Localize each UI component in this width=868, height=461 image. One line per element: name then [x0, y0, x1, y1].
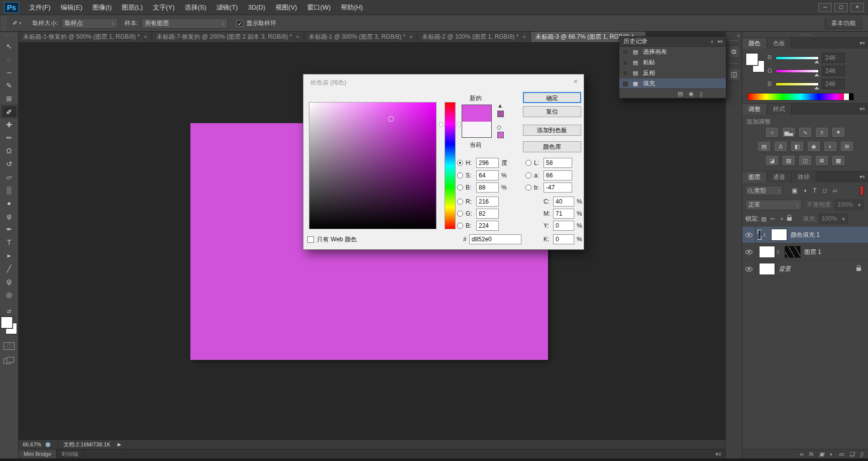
menu-image[interactable]: 图像(I): [87, 0, 117, 15]
clone-stamp-tool[interactable]: Ω: [1, 144, 18, 157]
lock-pixels-icon[interactable]: ✏: [768, 216, 777, 222]
web-safe-cube-icon[interactable]: ◇: [497, 124, 501, 131]
red-slider[interactable]: [776, 56, 819, 60]
visibility-eye-icon[interactable]: [745, 250, 752, 254]
new-adjustment-layer-icon[interactable]: ◐: [830, 451, 833, 457]
h-radio[interactable]: [457, 160, 463, 166]
threshold-icon[interactable]: ◫: [799, 156, 811, 165]
history-source-checkbox[interactable]: [622, 49, 628, 55]
levels-icon[interactable]: ▅▃: [783, 128, 795, 137]
minimize-button[interactable]: –: [818, 3, 832, 12]
menu-select[interactable]: 选择(S): [179, 0, 211, 15]
layer-row-layer1[interactable]: ∞ 图层 1: [742, 244, 868, 260]
maximize-button[interactable]: □: [834, 3, 848, 12]
type-tool[interactable]: T: [1, 236, 18, 249]
foreground-background-swatches[interactable]: [0, 316, 19, 336]
menu-help[interactable]: 帮助(H): [336, 0, 368, 15]
blend-mode-select[interactable]: 正常 ↕: [745, 200, 802, 210]
sample-size-select[interactable]: 取样点 ↕: [61, 18, 118, 29]
workspace-button[interactable]: 基本功能: [825, 18, 862, 29]
tab-swatches[interactable]: 色板: [767, 38, 792, 49]
gradient-map-icon[interactable]: ▩: [832, 156, 844, 165]
a-radio[interactable]: [525, 172, 531, 178]
lab-b-radio[interactable]: [525, 185, 531, 191]
sample-select[interactable]: 所有图层 ↕: [141, 18, 228, 29]
photo-filter-icon[interactable]: ◉: [808, 142, 820, 151]
layer-row-color-fill[interactable]: ∞ 颜色填充 1: [742, 227, 868, 243]
posterize-icon[interactable]: ▨: [783, 156, 795, 165]
invert-icon[interactable]: ◪: [766, 156, 778, 165]
menu-filter[interactable]: 滤镜(T): [211, 0, 243, 15]
lock-transparency-icon[interactable]: ▨: [759, 216, 768, 222]
color-lookup-icon[interactable]: ⊞: [841, 142, 853, 151]
s-radio[interactable]: [457, 172, 463, 178]
dialog-close-icon[interactable]: ×: [574, 77, 578, 85]
b-input[interactable]: [476, 182, 499, 193]
document-tab-4[interactable]: 未标题-2 @ 100% (图层 1, RGB/8) * ×: [417, 32, 531, 42]
hex-input[interactable]: [469, 234, 521, 244]
menu-window[interactable]: 窗口(W): [302, 0, 336, 15]
b-radio[interactable]: [457, 185, 463, 191]
close-icon[interactable]: ×: [144, 32, 147, 42]
color-libraries-button[interactable]: 颜色库: [523, 141, 581, 152]
filter-smart-objects-icon[interactable]: ▱: [830, 187, 840, 194]
history-item-fill[interactable]: ▦ 填充: [619, 78, 726, 89]
line-tool[interactable]: ╱: [1, 262, 18, 275]
y-input[interactable]: [553, 221, 574, 231]
strip-menu-icon[interactable]: ▾≡: [715, 451, 721, 457]
c-input[interactable]: [553, 197, 574, 207]
menu-file[interactable]: 文件(F): [24, 0, 56, 15]
layer-effects-icon[interactable]: fx: [809, 451, 814, 457]
document-tab-3[interactable]: 未标题-1 @ 300% (图层 3, RGB/8) * ×: [304, 32, 418, 42]
hue-saturation-icon[interactable]: ▤: [758, 142, 770, 151]
r-input[interactable]: [476, 197, 499, 207]
menu-layer[interactable]: 图层(L): [117, 0, 148, 15]
add-to-swatches-button[interactable]: 添加到色板: [523, 125, 581, 136]
hue-arrow-left[interactable]: [440, 122, 444, 127]
filter-type-layers-icon[interactable]: T: [810, 187, 820, 194]
close-icon[interactable]: ×: [296, 32, 299, 42]
status-arrow-icon[interactable]: ▶: [118, 442, 121, 447]
l-radio[interactable]: [525, 160, 531, 166]
layer-mask-thumbnail[interactable]: [785, 246, 801, 258]
web-safe-color-swatch[interactable]: [497, 132, 504, 138]
healing-brush-tool[interactable]: ✚: [1, 118, 18, 131]
g-radio[interactable]: [457, 211, 463, 217]
gamut-color-swatch[interactable]: [497, 111, 504, 117]
document-tab-2[interactable]: 未标题-7-恢复的 @ 200% (图层 2 副本 3, RGB/8) * ×: [152, 32, 304, 42]
current-tool-button[interactable]: ✐ ▾: [9, 20, 26, 27]
close-icon[interactable]: ×: [409, 32, 412, 42]
timeline-tab[interactable]: 时间轴: [57, 449, 84, 458]
curves-icon[interactable]: ∿: [799, 128, 811, 137]
b2-input[interactable]: [476, 221, 499, 231]
color-spectrum-ramp[interactable]: [747, 93, 854, 101]
dodge-tool[interactable]: φ: [1, 210, 18, 223]
new-group-icon[interactable]: ▭: [839, 451, 844, 457]
brush-tool[interactable]: ✏: [1, 131, 18, 144]
add-layer-mask-icon[interactable]: ▣: [819, 451, 824, 457]
layer-thumbnail[interactable]: [759, 246, 775, 258]
collapsed-panel-icon-2[interactable]: ◫: [728, 68, 740, 80]
visibility-eye-icon[interactable]: [745, 267, 752, 271]
tab-styles[interactable]: 样式: [767, 104, 792, 115]
lock-position-icon[interactable]: +: [777, 216, 786, 222]
layer-name[interactable]: 背景: [779, 265, 791, 273]
tab-channels[interactable]: 通道: [767, 171, 792, 182]
hand-tool[interactable]: ψ: [1, 275, 18, 288]
panel-menu-icon[interactable]: ▾≡: [859, 171, 868, 182]
m-input[interactable]: [553, 209, 574, 219]
green-slider[interactable]: [776, 69, 819, 73]
filter-type-select[interactable]: 类型 ↕: [745, 186, 783, 196]
history-source-checkbox[interactable]: [622, 60, 628, 66]
history-source-checkbox[interactable]: [622, 81, 628, 87]
ok-button[interactable]: 确定: [523, 92, 581, 103]
history-item-invert[interactable]: ▤ 反相: [619, 68, 726, 78]
foreground-color-swatch[interactable]: [1, 316, 13, 329]
filter-pixel-layers-icon[interactable]: ▣: [790, 187, 800, 194]
slider-thumb[interactable]: [814, 86, 819, 89]
panel-fg-bg-swatches[interactable]: [745, 53, 767, 74]
snapshot-camera-icon[interactable]: ◉: [689, 90, 694, 97]
quick-selection-tool[interactable]: ✎: [1, 79, 18, 92]
exposure-icon[interactable]: ±: [816, 128, 828, 137]
b2-radio[interactable]: [457, 223, 463, 229]
